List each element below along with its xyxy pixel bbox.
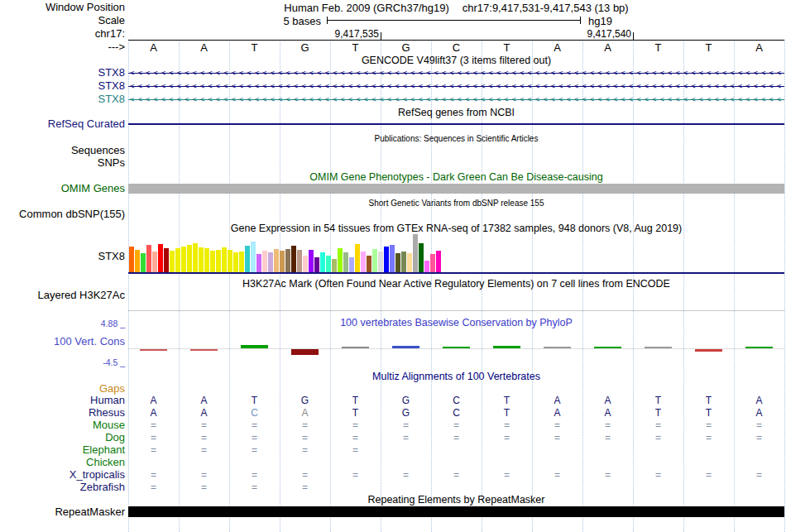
gencode-transcript-stx8-3[interactable]: <<<<<<<<<<<<<<<<<<<<<<<<<<<<<<<<<<<<<<<<…	[128, 96, 784, 104]
gtex-bar-adrenal-gland[interactable]	[141, 253, 146, 273]
gtex-bar-brain-anterior-cingulate-cortex[interactable]	[175, 248, 180, 273]
gtex-bar-bladder[interactable]	[164, 248, 169, 273]
gtex-bar-brain-cerebellum[interactable]	[193, 243, 198, 273]
gtex-bar-brain-substantia-nigra[interactable]	[239, 252, 244, 273]
alignment-base: =	[128, 482, 179, 494]
track-label-gtex-stx8[interactable]: STX8	[98, 251, 125, 262]
gtex-bar-brain-cerebellar-hemisphere[interactable]	[187, 245, 192, 273]
track-label-sequences[interactable]: Sequences	[71, 145, 125, 156]
phylop-mark	[544, 347, 571, 348]
gtex-bar-pituitary[interactable]	[372, 249, 377, 273]
gtex-bar-liver[interactable]	[332, 259, 337, 273]
multiz-label-mouse[interactable]: Mouse	[93, 419, 125, 431]
multiz-label-human[interactable]: Human	[90, 395, 125, 406]
gtex-bar-cervix-ectocervix[interactable]	[262, 251, 267, 273]
alignment-base: A	[179, 395, 229, 407]
base-position-ruler[interactable]: 9,417,535 9,417,540	[128, 28, 784, 41]
multiz-label-gaps[interactable]: Gaps	[99, 383, 125, 395]
gtex-bar-kidney-cortex[interactable]	[320, 252, 325, 273]
gtex-bar-brain-caudate[interactable]	[181, 247, 186, 273]
multiz-label-zebrafish[interactable]: Zebrafish	[80, 482, 125, 493]
multiz-label-chicken[interactable]: Chicken	[86, 457, 125, 468]
gtex-bar-adipose-visceral[interactable]	[135, 250, 140, 273]
alignment-base: =	[128, 419, 179, 432]
gtex-bar-vagina[interactable]	[430, 254, 435, 273]
multiz-label-elephant[interactable]: Elephant	[83, 444, 125, 456]
gtex-bar-artery-aorta[interactable]	[146, 245, 151, 273]
alignment-base: =	[381, 469, 431, 482]
gtex-bar-brain-cortex[interactable]	[199, 247, 204, 273]
phylop-track[interactable]	[128, 329, 784, 366]
gtex-bar-colon-sigmoid[interactable]	[274, 249, 279, 273]
gtex-bar-lung[interactable]	[338, 248, 343, 273]
track-label-100-vert-cons[interactable]: 100 Vert. Cons	[54, 336, 125, 347]
track-label-gencode-stx8-1[interactable]: STX8	[98, 67, 125, 79]
track-label-refseq-curated[interactable]: RefSeq Curated	[48, 118, 125, 130]
gtex-bar-cells-ebv-transformed-lymphocytes[interactable]	[256, 254, 261, 273]
minus-strand-arrows: <<<<<<<<<<<<<<<<<<<<<<<<<<<<<<<<<<<<<<<<…	[130, 67, 784, 79]
gtex-bar-artery-tibial[interactable]	[158, 244, 163, 273]
repeatmasker-item[interactable]	[128, 506, 784, 517]
gtex-bar-minor-salivary-gland[interactable]	[343, 252, 348, 273]
gtex-bar-brain-hippocampus[interactable]	[210, 251, 215, 273]
gtex-bar-brain-hypothalamus[interactable]	[216, 250, 221, 273]
gtex-bar-esophagus-gastroesophageal-junction[interactable]	[285, 249, 290, 273]
assembly-title: Human Feb. 2009 (GRCh37/hg19)	[284, 2, 448, 14]
gtex-bar-brain-nucleus-accumbens[interactable]	[222, 247, 227, 273]
gencode-transcript-stx8-1[interactable]: <<<<<<<<<<<<<<<<<<<<<<<<<<<<<<<<<<<<<<<<…	[128, 69, 784, 78]
gtex-bar-skin-not-sun-exposed[interactable]	[384, 247, 389, 273]
alignment-base: =	[734, 469, 784, 482]
gtex-bar-testis[interactable]	[413, 234, 418, 273]
track-label-repeatmasker[interactable]: RepeatMasker	[55, 506, 125, 518]
multiz-label-dog[interactable]: Dog	[105, 432, 125, 443]
gtex-bar-thyroid[interactable]	[419, 243, 424, 273]
multiz-label-rhesus[interactable]: Rhesus	[89, 407, 125, 419]
gtex-bar-heart-atrial-appendage[interactable]	[309, 250, 314, 273]
phylop-mark	[594, 347, 621, 348]
multiz-label-x-tropicalis[interactable]: X_tropicalis	[69, 469, 125, 481]
alignment-base: =	[582, 432, 633, 444]
track-label-layered-h3k27ac[interactable]: Layered H3K27Ac	[37, 290, 125, 301]
gtex-bar-fallopian-tube[interactable]	[303, 256, 308, 273]
gtex-bar-whole-blood[interactable]	[436, 251, 441, 273]
omim-gene-item[interactable]	[128, 184, 784, 194]
gtex-bar-brain-spinal-cord[interactable]	[233, 252, 238, 273]
gtex-bar-skin-sun-exposed[interactable]	[390, 245, 395, 273]
gtex-bar-pancreas[interactable]	[367, 256, 371, 273]
gtex-bar-cells-cultured-fibroblasts[interactable]	[251, 242, 256, 273]
track-label-snps[interactable]: SNPs	[98, 157, 125, 169]
gtex-bar-brain-putamen[interactable]	[228, 250, 232, 273]
track-display-area: Human Feb. 2009 (GRCh37/hg19)chr17:9,417…	[128, 0, 784, 532]
track-label-omim-genes[interactable]: OMIM Genes	[61, 183, 125, 194]
gtex-bar-brain-amygdala[interactable]	[170, 251, 175, 273]
gtex-bar-esophagus-muscularis[interactable]	[297, 250, 302, 273]
gtex-bar-muscle-skeletal[interactable]	[349, 257, 354, 273]
ruler-tick-label: 9,417,535	[335, 28, 379, 40]
alignment-base: A	[128, 407, 179, 419]
track-label-gencode-stx8-3[interactable]: STX8	[98, 93, 125, 105]
track-label-gencode-stx8-2[interactable]: STX8	[98, 80, 125, 92]
gtex-bar-artery-coronary[interactable]	[152, 252, 157, 273]
gencode-transcript-stx8-2[interactable]: <<<<<<<<<<<<<<<<<<<<<<<<<<<<<<<<<<<<<<<<…	[128, 83, 784, 91]
gtex-bar-brain-frontal-cortex[interactable]	[204, 248, 209, 273]
gtex-bar-esophagus-mucosa[interactable]	[291, 246, 296, 273]
gtex-bar-nerve-tibial[interactable]	[355, 244, 360, 273]
gtex-bar-spleen[interactable]	[401, 252, 406, 273]
gtex-bar-adipose-subcutaneous[interactable]	[129, 247, 134, 273]
refseq-curated-item[interactable]	[128, 123, 784, 125]
gtex-bar-ovary[interactable]	[361, 252, 366, 273]
track-label-common-dbsnp[interactable]: Common dbSNP(155)	[19, 208, 125, 220]
gtex-bar-breast-mammary-tissue[interactable]	[245, 246, 250, 273]
gtex-bar-cervix-endocervix[interactable]	[268, 252, 273, 273]
alignment-base: =	[734, 419, 784, 432]
gtex-bar-colon-transverse[interactable]	[280, 251, 285, 273]
gtex-bar-stomach[interactable]	[407, 253, 412, 273]
gtex-bar-kidney-medulla[interactable]	[326, 256, 331, 273]
gtex-bar-small-intestine-terminal-ileum[interactable]	[395, 253, 400, 273]
gtex-bar-uterus[interactable]	[424, 261, 429, 273]
alignment-base: T	[482, 407, 532, 419]
multiz-row-zebrafish: ====	[128, 482, 784, 494]
gtex-bar-prostate[interactable]	[378, 252, 383, 273]
alignment-base: C	[431, 407, 482, 419]
gtex-bar-heart-left-ventricle[interactable]	[314, 257, 319, 273]
